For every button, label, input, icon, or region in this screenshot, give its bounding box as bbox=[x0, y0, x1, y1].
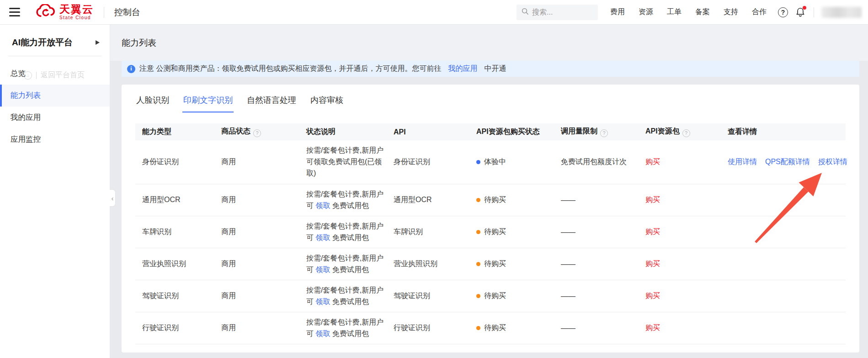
sidebar-items: 总览 能力列表 我的应用 应用监控 bbox=[0, 63, 110, 150]
table-row: 营业执照识别 商用 按需/套餐包计费,新用户可 领取 免费试用包 营业执照识别 … bbox=[135, 248, 846, 280]
hamburger-menu-icon[interactable] bbox=[9, 8, 20, 16]
cell-desc: 按需/套餐包计费,新用户可领取免费试用包(已领取) bbox=[299, 145, 387, 179]
notification-bell-icon[interactable] bbox=[793, 5, 808, 20]
nav-item-tickets[interactable]: 工单 bbox=[660, 7, 688, 17]
page-title: 能力列表 bbox=[122, 37, 156, 49]
tab-nlp[interactable]: 自然语言处理 bbox=[246, 92, 297, 112]
cell-ability: 身份证识别 bbox=[135, 157, 214, 167]
cell-state: 待购买 bbox=[469, 227, 554, 237]
cell-status: 商用 bbox=[214, 259, 299, 269]
claim-link[interactable]: 领取 bbox=[315, 298, 330, 305]
tab-printed-ocr[interactable]: 印刷文字识别 bbox=[182, 92, 234, 112]
state-dot-pending bbox=[476, 230, 480, 234]
state-dot-pending bbox=[476, 326, 480, 330]
claim-link[interactable]: 领取 bbox=[315, 234, 330, 241]
nav-item-support[interactable]: 支持 bbox=[717, 7, 745, 17]
sidebar-item-label: 总览 bbox=[11, 69, 26, 79]
cell-state: 待购买 bbox=[469, 323, 554, 333]
claim-link[interactable]: 领取 bbox=[315, 330, 330, 337]
user-account-blurred[interactable] bbox=[821, 7, 862, 18]
tab-face-recognition[interactable]: 人脸识别 bbox=[135, 92, 170, 112]
help-icon[interactable]: ? bbox=[600, 129, 608, 137]
table-row: 身份证识别 商用 按需/套餐包计费,新用户可领取免费试用包(已领取) 身份证识别… bbox=[135, 140, 846, 184]
sidebar: AI能力开放平台 ⌂ 返回平台首页 总览 能力列表 我的应用 应用监控 ‹ bbox=[0, 25, 110, 358]
global-search[interactable] bbox=[517, 5, 598, 20]
console-label: 控制台 bbox=[114, 6, 140, 18]
col-ability-type: 能力类型 bbox=[135, 127, 214, 137]
logo-text-en: State Cloud bbox=[59, 16, 94, 20]
buy-link[interactable]: 购买 bbox=[645, 324, 660, 331]
cell-state: 待购买 bbox=[469, 291, 554, 301]
sidebar-title-row: AI能力开放平台 bbox=[0, 25, 110, 56]
state-dot-pending bbox=[476, 198, 480, 202]
nav-divider bbox=[814, 7, 814, 17]
col-status-desc: 状态说明 bbox=[299, 127, 387, 137]
col-product-status: 商品状态? bbox=[214, 127, 299, 137]
nav-divider bbox=[104, 7, 104, 18]
nav-item-billing[interactable]: 费用 bbox=[603, 7, 632, 17]
cell-buy: 购买 bbox=[639, 157, 721, 167]
notice-my-apps-link[interactable]: 我的应用 bbox=[448, 64, 477, 74]
cell-quota: 免费试用包额度计次 bbox=[554, 157, 639, 167]
brand-logo[interactable]: 天翼云 State Cloud bbox=[35, 4, 94, 21]
chevron-right-icon[interactable] bbox=[96, 40, 100, 45]
cell-status: 商用 bbox=[214, 227, 299, 237]
cloud-logo-icon bbox=[35, 4, 56, 21]
buy-link[interactable]: 购买 bbox=[645, 196, 660, 203]
tab-content-review[interactable]: 内容审核 bbox=[309, 92, 344, 112]
sidebar-item-label: 应用监控 bbox=[11, 134, 41, 144]
help-circle-icon[interactable]: ? bbox=[775, 5, 791, 20]
sidebar-item-overview[interactable]: 总览 bbox=[0, 63, 110, 85]
search-icon bbox=[521, 7, 529, 17]
cell-buy: 购买 bbox=[639, 195, 721, 205]
claim-link[interactable]: 领取 bbox=[315, 202, 330, 209]
cell-status: 商用 bbox=[214, 195, 299, 205]
table-row: 通用型OCR 商用 按需/套餐包计费,新用户可 领取 免费试用包 通用型OCR … bbox=[135, 184, 846, 216]
sidebar-item-ability-list[interactable]: 能力列表 bbox=[0, 85, 110, 107]
cell-ability: 驾驶证识别 bbox=[135, 291, 214, 301]
info-icon: i bbox=[127, 65, 135, 73]
qps-quota-details-link[interactable]: QPS配额详情 bbox=[765, 157, 810, 167]
main-content: 能力列表 i 注意 公测和商用类产品：领取免费试用包或购买相应资源包，并开通后，… bbox=[110, 25, 868, 358]
state-dot-pending bbox=[476, 262, 480, 266]
claim-link[interactable]: 领取 bbox=[315, 266, 330, 273]
cell-desc: 按需/套餐包计费,新用户可 领取 免费试用包 bbox=[299, 285, 387, 308]
buy-link[interactable]: 购买 bbox=[645, 292, 660, 299]
buy-link[interactable]: 购买 bbox=[645, 158, 660, 166]
nav-item-resources[interactable]: 资源 bbox=[632, 7, 660, 17]
usage-details-link[interactable]: 使用详情 bbox=[728, 157, 757, 167]
notice-suffix: 中开通 bbox=[484, 64, 506, 74]
ability-table: 能力类型 商品状态? 状态说明 API API资源包购买状态 调用量限制? AP… bbox=[135, 123, 846, 344]
cell-quota: —— bbox=[554, 228, 639, 236]
search-input[interactable] bbox=[532, 8, 591, 16]
cell-buy: 购买 bbox=[639, 259, 721, 269]
sidebar-item-app-monitor[interactable]: 应用监控 bbox=[0, 128, 110, 150]
cell-desc: 按需/套餐包计费,新用户可 领取 免费试用包 bbox=[299, 189, 387, 212]
sidebar-item-label: 我的应用 bbox=[11, 112, 41, 123]
cell-status: 商用 bbox=[214, 323, 299, 333]
cell-api: 驾驶证识别 bbox=[387, 291, 469, 301]
cell-ability: 行驶证识别 bbox=[135, 323, 214, 333]
cell-quota: —— bbox=[554, 292, 639, 300]
nav-item-filing[interactable]: 备案 bbox=[688, 7, 717, 17]
sidebar-collapse-handle[interactable]: ‹ bbox=[110, 189, 116, 207]
logo-text-cn: 天翼云 bbox=[59, 4, 94, 15]
col-view-details: 查看详情 bbox=[721, 127, 838, 137]
top-nav: 天翼云 State Cloud 控制台 费用 资源 工单 备案 支持 合作 ? bbox=[0, 0, 868, 25]
cell-state: 待购买 bbox=[469, 195, 554, 205]
buy-link[interactable]: 购买 bbox=[645, 228, 660, 235]
ability-list-card: 人脸识别 印刷文字识别 自然语言处理 内容审核 能力类型 商品状态? 状态说明 … bbox=[122, 85, 859, 353]
notification-badge bbox=[803, 6, 806, 10]
help-icon[interactable]: ? bbox=[253, 129, 261, 137]
buy-link[interactable]: 购买 bbox=[645, 260, 660, 267]
cell-state: 体验中 bbox=[469, 157, 554, 167]
col-resource-pack: API资源包? bbox=[639, 127, 721, 137]
nav-item-cooperation[interactable]: 合作 bbox=[745, 7, 773, 17]
cell-ability: 车牌识别 bbox=[135, 227, 214, 237]
cell-buy: 购买 bbox=[639, 291, 721, 301]
help-icon[interactable]: ? bbox=[682, 129, 690, 137]
sidebar-separator bbox=[8, 56, 101, 56]
authorization-details-link[interactable]: 授权详情 bbox=[818, 157, 847, 167]
sidebar-item-my-apps[interactable]: 我的应用 bbox=[0, 107, 110, 128]
col-api: API bbox=[387, 128, 469, 136]
